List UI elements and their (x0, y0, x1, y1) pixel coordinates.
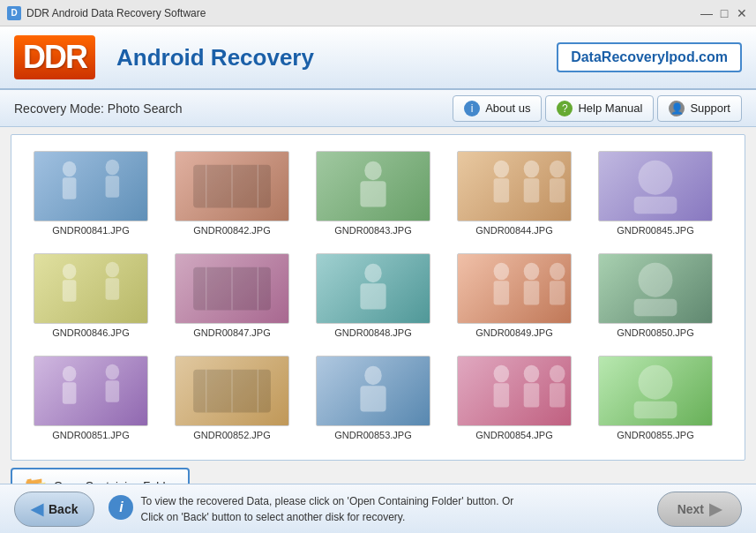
svg-point-54 (524, 365, 540, 383)
svg-point-1 (63, 161, 77, 177)
window-controls: — □ ✕ (700, 6, 749, 20)
svg-point-56 (550, 365, 565, 383)
photo-thumbnail (457, 151, 572, 221)
photo-thumbnail (175, 151, 289, 221)
svg-rect-22 (63, 280, 77, 301)
svg-rect-53 (494, 383, 510, 407)
svg-rect-39 (634, 299, 677, 317)
svg-rect-37 (550, 281, 565, 304)
info-circle-icon: i (109, 495, 133, 520)
photo-thumbnail (457, 356, 572, 426)
help-manual-button[interactable]: ? Help Manual (545, 95, 654, 122)
photo-item[interactable]: GNDR00843.JPG (303, 144, 444, 246)
svg-point-43 (106, 364, 120, 380)
footer: ◀ Back i To view the recovered Data, ple… (0, 484, 756, 533)
svg-rect-31 (360, 283, 385, 309)
svg-point-34 (524, 263, 540, 281)
photo-item[interactable]: GNDR00847.JPG (161, 246, 303, 349)
photo-item[interactable]: GNDR00844.JPG (444, 144, 585, 246)
photo-item[interactable]: GNDR00854.JPG (444, 349, 585, 451)
svg-rect-44 (106, 380, 120, 402)
photo-item[interactable]: GNDR00848.JPG (303, 246, 444, 349)
svg-rect-40 (35, 357, 147, 425)
photo-item[interactable]: GNDR00845.JPG (585, 144, 726, 246)
back-label: Back (49, 502, 78, 516)
svg-rect-20 (35, 254, 147, 323)
photo-item[interactable]: GNDR00852.JPG (161, 349, 303, 451)
svg-point-38 (639, 263, 673, 297)
svg-rect-24 (106, 278, 120, 299)
about-us-button[interactable]: i About us (453, 95, 542, 122)
photo-label: GNDR00855.JPG (617, 430, 693, 440)
photo-thumbnail (598, 356, 713, 426)
help-icon: ? (557, 101, 573, 116)
logo-title: Android Recovery (116, 44, 314, 71)
navbar: Recovery Mode: Photo Search i About us ?… (0, 90, 756, 127)
window-title: DDR Android Data Recovery Software (26, 7, 206, 19)
photo-label: GNDR00854.JPG (475, 430, 552, 440)
photo-thumbnail (34, 253, 148, 324)
photo-thumbnail (598, 151, 713, 221)
photo-item[interactable]: GNDR00851.JPG (20, 349, 161, 451)
photo-thumbnail (175, 253, 289, 324)
photo-label: GNDR00849.JPG (475, 327, 552, 338)
photo-label: GNDR00851.JPG (52, 430, 129, 440)
footer-line2: Click on 'Back' button to select another… (140, 509, 513, 525)
close-button[interactable]: ✕ (735, 6, 749, 20)
svg-rect-42 (63, 382, 77, 403)
svg-rect-0 (35, 152, 147, 221)
svg-rect-15 (524, 178, 540, 202)
nav-buttons: i About us ? Help Manual 👤 Support (453, 95, 742, 122)
svg-point-14 (524, 161, 540, 178)
svg-rect-17 (550, 178, 565, 202)
recovery-mode-label: Recovery Mode: Photo Search (14, 101, 183, 116)
photo-item[interactable]: GNDR00853.JPG (303, 349, 444, 451)
photo-label: GNDR00841.JPG (52, 225, 129, 236)
photo-label: GNDR00844.JPG (475, 225, 552, 236)
photo-label: GNDR00843.JPG (334, 225, 411, 236)
svg-point-32 (494, 263, 510, 281)
support-button[interactable]: 👤 Support (657, 95, 742, 122)
photo-item[interactable]: GNDR00850.JPG (585, 246, 726, 349)
next-arrow-icon: ▶ (709, 499, 722, 519)
svg-rect-4 (106, 176, 120, 197)
photo-item[interactable]: GNDR00841.JPG (20, 144, 161, 246)
footer-text: To view the recovered Data, please click… (140, 493, 513, 525)
svg-point-30 (364, 264, 382, 282)
svg-rect-19 (634, 197, 677, 214)
svg-point-10 (364, 161, 382, 180)
back-button[interactable]: ◀ Back (14, 492, 94, 527)
info-icon: i (464, 101, 480, 116)
svg-point-58 (639, 365, 673, 400)
svg-point-21 (63, 264, 77, 280)
next-label: Next (677, 502, 704, 516)
svg-rect-2 (63, 177, 77, 199)
photo-label: GNDR00850.JPG (617, 327, 693, 338)
photo-item[interactable]: GNDR00855.JPG (585, 349, 726, 451)
help-manual-label: Help Manual (578, 101, 642, 115)
svg-point-36 (550, 263, 565, 281)
photo-item[interactable]: GNDR00849.JPG (444, 246, 585, 349)
photos-grid: GNDR00841.JPGGNDR00842.JPGGNDR00843.JPGG… (11, 135, 745, 460)
back-arrow-icon: ◀ (31, 499, 43, 519)
svg-point-16 (550, 161, 565, 178)
logo-area: DDR Android Recovery (14, 35, 557, 79)
svg-point-50 (364, 366, 382, 385)
photo-label: GNDR00853.JPG (334, 430, 411, 440)
photo-label: GNDR00842.JPG (193, 225, 270, 236)
titlebar: D DDR Android Data Recovery Software — □… (0, 0, 756, 26)
titlebar-left: D DDR Android Data Recovery Software (7, 6, 206, 20)
photo-thumbnail (316, 151, 430, 221)
photo-item[interactable]: GNDR00842.JPG (161, 144, 303, 246)
photo-thumbnail (316, 253, 430, 324)
svg-rect-55 (524, 383, 540, 407)
support-icon: 👤 (669, 101, 685, 116)
footer-info: i To view the recovered Data, please cli… (109, 493, 642, 525)
photo-label: GNDR00846.JPG (52, 327, 129, 338)
footer-line1: To view the recovered Data, please click… (140, 493, 513, 509)
photo-item[interactable]: GNDR00846.JPG (20, 246, 161, 349)
photo-label: GNDR00848.JPG (334, 327, 411, 338)
next-button[interactable]: Next ▶ (657, 492, 742, 527)
maximize-button[interactable]: □ (717, 6, 731, 20)
minimize-button[interactable]: — (700, 6, 714, 20)
